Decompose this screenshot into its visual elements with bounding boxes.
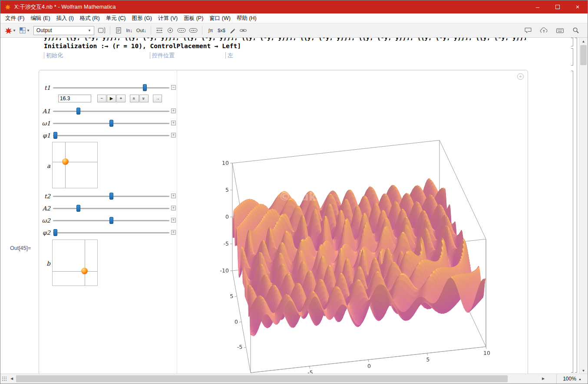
slider-thumb-A2[interactable] <box>76 205 80 212</box>
cell-style-select[interactable]: Output ▼ <box>33 26 94 35</box>
crosshair-vertical <box>85 240 85 286</box>
cell-bracket[interactable] <box>571 48 573 66</box>
notebook-style-menu-button[interactable]: ▼ <box>4 25 17 36</box>
slider-track-p2[interactable] <box>53 232 169 233</box>
menu-item-window[interactable]: 窗口 (W) <box>206 13 234 23</box>
slider-thumb-w1[interactable] <box>109 120 113 127</box>
cell-group-bracket[interactable] <box>575 38 577 373</box>
slider-track-w2[interactable] <box>53 220 169 221</box>
cell-bracket[interactable] <box>571 38 573 46</box>
crosshair-vertical <box>65 142 66 188</box>
zoom-control[interactable]: 100% ▲ <box>556 374 588 384</box>
slider-expander-A1[interactable]: + <box>171 108 176 113</box>
style-sheet-icon[interactable] <box>97 25 106 36</box>
tex-convert-icon[interactable]: $x$ <box>217 25 226 36</box>
cell-bracket[interactable] <box>571 71 573 373</box>
resize-grip[interactable] <box>2 376 7 382</box>
slider-label-w2: ω2 <box>39 217 50 224</box>
inline-cell-icon[interactable] <box>165 25 175 36</box>
menu-item-file[interactable]: 文件 (F) <box>2 13 27 23</box>
slider-expander-t2[interactable]: + <box>171 194 176 198</box>
toolbar: ▼ ▼ Output ▼ In↓ Out↓ <box>0 23 588 38</box>
menu-item-format[interactable]: 格式 (R) <box>77 13 103 23</box>
slider-thumb-t2[interactable] <box>109 193 113 200</box>
slider-track-p1[interactable] <box>53 135 169 136</box>
options-ellipsis-icon[interactable] <box>176 25 187 36</box>
cloud-publish-icon[interactable] <box>539 25 549 36</box>
scroll-left-icon[interactable]: ◀ <box>8 375 15 382</box>
slider-track-t1[interactable] <box>53 87 169 89</box>
animator-step-forward-button[interactable]: + <box>116 95 126 102</box>
slider-thumb-t1[interactable] <box>143 84 147 91</box>
menu-item-palettes[interactable]: 面板 (P) <box>181 13 206 23</box>
slider-track-A1[interactable] <box>53 111 169 112</box>
show-in-labels-icon[interactable]: In↓ <box>125 25 134 36</box>
slider-expander-w1[interactable]: + <box>171 121 176 125</box>
slider-expander-p2[interactable]: + <box>171 230 176 235</box>
titlebar[interactable]: X:干涉交互4.nb * - Wolfram Mathematica – × <box>0 0 588 13</box>
slider-expander-t1[interactable]: − <box>171 85 176 90</box>
comment-icon[interactable] <box>523 25 533 36</box>
slider-thumb-w2[interactable] <box>109 217 113 224</box>
slider-label-t2: t2 <box>39 193 50 200</box>
slider-thumb-A1[interactable] <box>76 108 80 115</box>
slider-track-w1[interactable] <box>53 123 169 124</box>
show-out-labels-icon[interactable]: Out↓ <box>135 25 147 36</box>
zoom-caret-icon: ▲ <box>578 377 581 381</box>
chevron-down-icon: ▼ <box>88 29 91 33</box>
slider-row-p1: φ1+ <box>39 132 177 139</box>
slider-row-A2: A2+ <box>39 205 177 212</box>
slider-thumb-p2[interactable] <box>53 229 57 236</box>
spacer-dash-dot-icon[interactable] <box>188 25 198 36</box>
slider-label-p1: φ1 <box>39 132 50 139</box>
search-icon[interactable] <box>571 25 581 36</box>
animator-faster-button[interactable]: » <box>139 95 149 102</box>
format-document-icon[interactable] <box>114 25 123 36</box>
drawing-tools-icon[interactable] <box>228 25 237 36</box>
slider-expander-w2[interactable]: + <box>171 218 176 223</box>
plot-3d-graphic[interactable] <box>177 72 529 374</box>
slider-expander-p1[interactable]: + <box>171 133 176 138</box>
close-button[interactable]: × <box>568 0 588 13</box>
slider-expander-A2[interactable]: + <box>171 206 176 210</box>
locator-ball-b[interactable] <box>81 268 88 274</box>
clipped-code-line[interactable]: y}}], {{y, {-y, y}}], {{y, {-y, y}}], {{… <box>44 38 527 41</box>
t1-value-input[interactable] <box>58 95 91 102</box>
menu-item-evaluation[interactable]: 计算 (V) <box>155 13 181 23</box>
horizontal-scrollbar[interactable] <box>16 375 539 382</box>
maximize-button[interactable] <box>548 0 568 13</box>
horizontal-scrollbar-thumb[interactable] <box>16 375 508 382</box>
virtual-keyboard-icon[interactable] <box>555 25 565 36</box>
menu-item-insert[interactable]: 插入 (I) <box>53 13 77 23</box>
manipulate-panel: + −▶+«»→ a b t1−A1 <box>39 70 528 374</box>
locator-pad-a[interactable] <box>52 142 98 188</box>
slider-thumb-p1[interactable] <box>53 132 57 139</box>
scroll-up-icon[interactable]: ▲ <box>579 38 588 45</box>
minimize-button[interactable]: – <box>528 0 548 13</box>
slider-track-t2[interactable] <box>53 196 169 197</box>
animator-slower-button[interactable]: « <box>130 95 139 102</box>
vertical-scrollbar-thumb[interactable] <box>580 45 587 65</box>
animator-play-button[interactable]: ▶ <box>107 95 116 102</box>
locator-ball-a[interactable] <box>62 158 69 165</box>
menu-item-help[interactable]: 帮助 (H) <box>234 13 260 23</box>
menu-item-cell[interactable]: 单元 (C) <box>103 13 129 23</box>
crosshair-horizontal <box>53 271 97 272</box>
locator-pad-b[interactable] <box>52 240 98 286</box>
maximize-icon <box>555 5 560 9</box>
menu-item-edit[interactable]: 编辑 (E) <box>27 13 53 23</box>
menu-item-graphics[interactable]: 图形 (G) <box>129 13 155 23</box>
slider-track-A2[interactable] <box>53 208 169 209</box>
locator-label-a: a <box>44 162 50 169</box>
slider-label-p2: φ2 <box>39 229 50 236</box>
environment-button[interactable]: ▼ <box>18 25 31 36</box>
text-alignment-icon[interactable] <box>155 25 164 36</box>
vertical-scrollbar[interactable]: ▲ ▼ <box>579 38 588 374</box>
code-cell-line[interactable]: Initialization :→ (r = 10), ControlPlace… <box>44 43 241 49</box>
animator-direction-button[interactable]: → <box>153 95 162 102</box>
hyperlink-icon[interactable] <box>238 25 248 36</box>
math-palette-icon[interactable]: ∫π <box>206 25 215 36</box>
animator-step-back-button[interactable]: − <box>97 95 106 102</box>
mathematica-app-icon <box>4 3 11 10</box>
scroll-right-icon[interactable]: ▶ <box>540 375 547 382</box>
